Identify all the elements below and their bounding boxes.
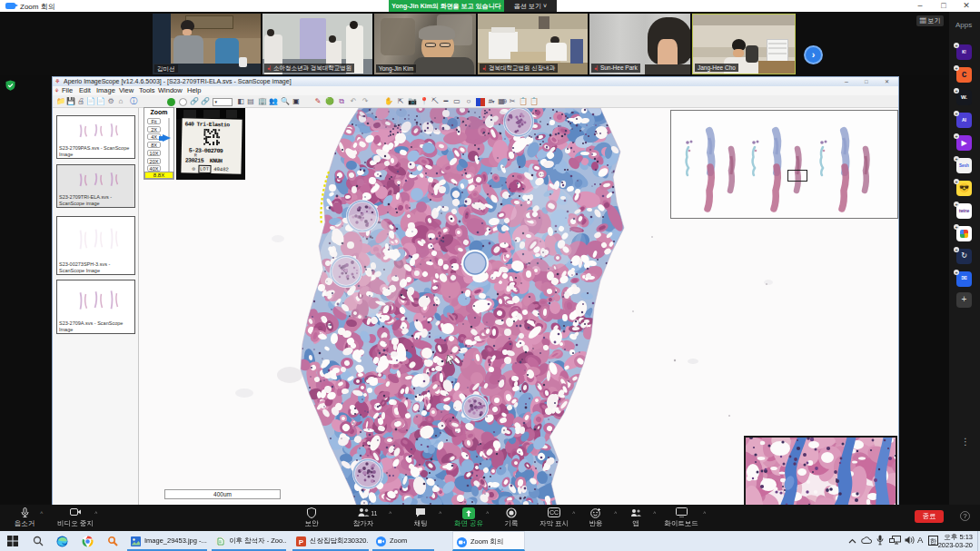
svg-text:CC: CC <box>549 509 559 516</box>
svg-text:P: P <box>299 538 304 546</box>
